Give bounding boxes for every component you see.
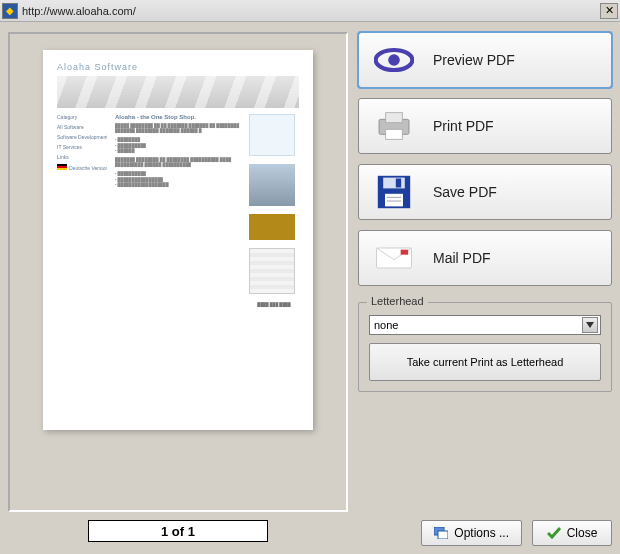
window-title: http://www.aloaha.com/ xyxy=(22,5,600,17)
doc-building-image xyxy=(249,164,295,206)
doc-award-badge-icon xyxy=(249,214,295,240)
button-label: Close xyxy=(567,526,598,540)
printer-icon xyxy=(373,106,415,146)
button-label: Preview PDF xyxy=(433,52,515,68)
doc-sidebar: Category All Software Software Developme… xyxy=(57,114,107,307)
titlebar: ◆ http://www.aloaha.com/ ✕ xyxy=(0,0,620,22)
svg-rect-3 xyxy=(386,113,403,123)
svg-rect-7 xyxy=(396,179,401,188)
dialog-body: Aloaha Software Category All Software So… xyxy=(0,22,620,554)
letterhead-dropdown[interactable]: none xyxy=(369,315,601,335)
doc-headline: Aloaha - the One Stop Shop. xyxy=(115,114,241,120)
svg-rect-4 xyxy=(386,129,403,139)
save-pdf-button[interactable]: Save PDF xyxy=(358,164,612,220)
chevron-down-icon xyxy=(582,317,598,333)
mail-pdf-button[interactable]: Mail PDF xyxy=(358,230,612,286)
preview-frame: Aloaha Software Category All Software So… xyxy=(8,32,348,512)
doc-sidebar-item: Category xyxy=(57,114,107,120)
doc-screenshot-thumb xyxy=(249,248,295,294)
svg-rect-6 xyxy=(383,178,405,189)
doc-sidebar-item: Software Development xyxy=(57,134,107,140)
svg-point-1 xyxy=(388,54,400,66)
doc-paragraph: ███████ ████████ ██ ████████ ██████████ … xyxy=(115,157,241,167)
page-thumbnail[interactable]: Aloaha Software Category All Software So… xyxy=(43,50,313,430)
doc-right-column: ████ ███ ████ xyxy=(249,114,299,307)
app-icon: ◆ xyxy=(2,3,18,19)
doc-sidebar-item: All Software xyxy=(57,124,107,130)
dropdown-selected-value: none xyxy=(374,319,582,331)
button-label: Mail PDF xyxy=(433,250,491,266)
pdf-dialog-window: ◆ http://www.aloaha.com/ ✕ Aloaha Softwa… xyxy=(0,0,620,554)
preview-panel: Aloaha Software Category All Software So… xyxy=(8,32,348,546)
preview-pdf-button[interactable]: Preview PDF xyxy=(358,32,612,88)
envelope-icon xyxy=(373,238,415,278)
doc-main-column: Aloaha - the One Stop Shop. █████ ██████… xyxy=(115,114,241,307)
floppy-disk-icon xyxy=(373,172,415,212)
print-pdf-button[interactable]: Print PDF xyxy=(358,98,612,154)
doc-paragraph: █████ ████████ ██ ██ ███████ ███████ ██ … xyxy=(115,123,241,133)
doc-paragraph: • ██████████• ████████████████• ████████… xyxy=(115,171,241,187)
doc-banner-image xyxy=(57,76,299,108)
window-close-button[interactable]: ✕ xyxy=(600,3,618,19)
doc-paragraph: • ████████• ██████████• ██████ xyxy=(115,137,241,153)
letterhead-group: Letterhead none Take current Print as Le… xyxy=(358,302,612,392)
svg-rect-8 xyxy=(385,194,403,207)
svg-rect-15 xyxy=(438,531,448,539)
svg-rect-12 xyxy=(401,250,409,255)
doc-caption: ████ ███ ████ xyxy=(249,302,299,307)
options-button[interactable]: Options ... xyxy=(421,520,522,546)
take-letterhead-button[interactable]: Take current Print as Letterhead xyxy=(369,343,601,381)
doc-sidebar-item: Links xyxy=(57,154,107,160)
check-icon xyxy=(547,527,561,539)
options-icon xyxy=(434,527,448,539)
button-label: Take current Print as Letterhead xyxy=(407,356,564,368)
button-label: Options ... xyxy=(454,526,509,540)
doc-product-box-icon xyxy=(249,114,295,156)
letterhead-legend: Letterhead xyxy=(367,295,428,307)
doc-logo: Aloaha Software xyxy=(57,62,299,72)
controls-panel: Preview PDF Print PDF Save PDF Mail PDF xyxy=(358,32,612,546)
button-label: Save PDF xyxy=(433,184,497,200)
doc-sidebar-item: IT Services xyxy=(57,144,107,150)
doc-sidebar-item: Deutsche Version xyxy=(57,164,107,171)
svg-marker-13 xyxy=(586,322,594,328)
close-button[interactable]: Close xyxy=(532,520,612,546)
eye-icon xyxy=(373,40,415,80)
close-icon: ✕ xyxy=(605,4,614,17)
page-counter: 1 of 1 xyxy=(88,520,268,542)
button-label: Print PDF xyxy=(433,118,494,134)
footer-buttons: Options ... Close xyxy=(358,520,612,546)
